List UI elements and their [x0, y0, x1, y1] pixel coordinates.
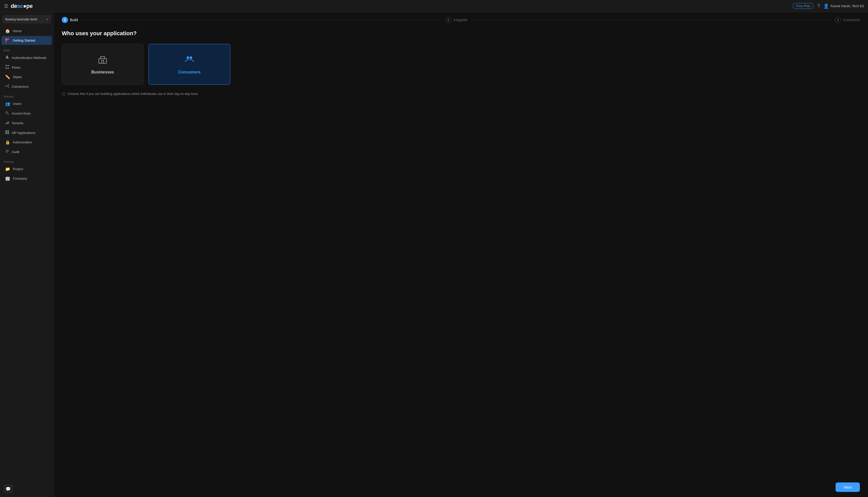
svg-line-8: [6, 85, 8, 86]
home-icon: 🏠: [5, 29, 10, 33]
topnav-left: ☰ desc●pe: [4, 3, 33, 10]
sidebar-item-idp-applications[interactable]: IdP Applications: [1, 128, 52, 137]
svg-rect-21: [99, 59, 107, 63]
svg-point-6: [8, 84, 9, 85]
sidebar-item-label: Users: [13, 102, 22, 105]
topnav: ☰ desc●pe Free Plan ? 👤 Kumar Harsh, Tec…: [0, 0, 868, 12]
idp-icon: [5, 130, 9, 135]
main-layout: flowery-lavender-bohr ▾ 🏠 Home 🚩 Getting…: [0, 12, 868, 497]
flag-icon: 🚩: [5, 38, 10, 43]
step-integrate: 2 Integrate: [445, 17, 467, 23]
sidebar-item-label: Styles: [13, 75, 22, 79]
sidebar-item-label: Home: [13, 29, 22, 33]
sidebar-section-build: Build: [0, 45, 53, 53]
help-icon[interactable]: ?: [817, 3, 820, 9]
svg-rect-18: [5, 150, 9, 151]
project-name: flowery-lavender-bohr: [5, 17, 38, 21]
sidebar-item-label: Audit: [12, 150, 19, 154]
svg-rect-15: [8, 130, 9, 132]
sidebar-item-label: Getting Started: [13, 39, 35, 42]
step-customize: 3 Customize: [835, 17, 860, 23]
sidebar-item-label: Company: [13, 176, 27, 180]
step-label-build: Build: [70, 18, 78, 22]
content-area: 1 Build 2 Integrate 3 Customize Who uses: [54, 12, 868, 497]
businesses-card[interactable]: Businesses: [62, 44, 143, 85]
sidebar-item-label: Authentication Methods: [12, 56, 46, 60]
hint-row: ⓘ Choose this if you are building applic…: [62, 92, 860, 97]
sidebar-section-settings: Settings: [0, 157, 53, 164]
company-icon: 🏢: [5, 176, 10, 181]
sidebar-item-styles[interactable]: ✏️ Styles: [1, 72, 52, 81]
sidebar-item-label: Connectors: [12, 85, 29, 88]
sidebar: flowery-lavender-bohr ▾ 🏠 Home 🚩 Getting…: [0, 12, 54, 497]
step-label-customize: Customize: [843, 18, 860, 22]
hint-icon: ⓘ: [62, 92, 66, 97]
sidebar-item-tenants[interactable]: Tenants: [1, 118, 52, 128]
sidebar-item-audit[interactable]: Audit: [1, 147, 52, 156]
svg-point-25: [190, 56, 192, 59]
svg-rect-16: [5, 132, 7, 134]
cards-row: Businesses Consumers: [62, 44, 860, 85]
free-plan-badge[interactable]: Free Plan: [793, 3, 814, 9]
step-circle-1: 1: [62, 17, 68, 23]
users-icon: 👥: [5, 101, 10, 106]
page-content: Who uses your application? Businesses: [54, 23, 868, 478]
user-avatar-icon: 👤: [823, 3, 829, 9]
sidebar-item-company[interactable]: 🏢 Company: [1, 174, 52, 183]
svg-rect-3: [5, 68, 7, 69]
sidebar-section-manage: Manage: [0, 91, 53, 99]
next-button[interactable]: Next: [836, 482, 860, 492]
sidebar-item-users[interactable]: 👥 Users: [1, 99, 52, 108]
step-circle-3: 3: [835, 17, 841, 23]
connectors-icon: [5, 84, 9, 89]
consumers-icon: [184, 54, 195, 66]
sidebar-item-label: Access Keys: [12, 112, 31, 115]
styles-icon: ✏️: [5, 74, 10, 79]
sidebar-item-label: Project: [13, 167, 23, 171]
svg-line-9: [6, 86, 8, 87]
page-title: Who uses your application?: [62, 30, 860, 37]
svg-rect-22: [101, 57, 105, 59]
chevron-down-icon: ▾: [46, 18, 48, 21]
step-build: 1 Build: [62, 17, 78, 23]
logo: desc●pe: [11, 3, 33, 10]
step-label-integrate: Integrate: [453, 18, 467, 22]
sidebar-item-authorization[interactable]: 🔒 Authorization: [1, 138, 52, 147]
chat-button[interactable]: 💬: [3, 484, 13, 494]
svg-point-7: [8, 86, 9, 87]
sidebar-item-label: Flows: [12, 66, 20, 69]
audit-icon: [5, 149, 9, 154]
tenants-icon: [5, 120, 9, 126]
businesses-icon: [98, 54, 108, 66]
chat-icon: 💬: [5, 486, 11, 492]
svg-rect-23: [102, 60, 104, 63]
svg-rect-14: [5, 130, 7, 132]
sidebar-item-label: IdP Applications: [12, 131, 35, 135]
sidebar-item-getting-started[interactable]: 🚩 Getting Started: [1, 36, 52, 45]
flows-icon: [5, 65, 9, 70]
sidebar-item-auth-methods[interactable]: Authentication Methods: [1, 53, 52, 62]
svg-rect-17: [8, 132, 9, 134]
step-line-2: [472, 20, 831, 20]
sidebar-item-connectors[interactable]: Connectors: [1, 82, 52, 91]
hint-text: Choose this if you are building applicat…: [68, 92, 199, 96]
svg-rect-2: [8, 65, 9, 66]
consumers-label: Consumers: [178, 70, 201, 74]
sidebar-item-home[interactable]: 🏠 Home: [1, 27, 52, 36]
auth-icon: [5, 55, 9, 60]
topnav-right: Free Plan ? 👤 Kumar Harsh, Tech Ed: [793, 3, 864, 9]
sidebar-item-access-keys[interactable]: Access Keys: [1, 109, 52, 118]
hamburger-icon[interactable]: ☰: [4, 3, 8, 9]
page-footer: Next: [54, 478, 868, 497]
sidebar-item-project[interactable]: 📁 Project: [1, 165, 52, 173]
project-icon: 📁: [5, 167, 10, 171]
step-circle-2: 2: [445, 17, 451, 23]
consumers-card[interactable]: Consumers: [149, 44, 230, 85]
project-selector[interactable]: flowery-lavender-bohr ▾: [2, 15, 51, 23]
key-icon: [5, 111, 9, 116]
user-info[interactable]: 👤 Kumar Harsh, Tech Ed: [823, 3, 864, 9]
svg-rect-19: [5, 151, 9, 152]
svg-rect-1: [5, 65, 7, 66]
sidebar-item-flows[interactable]: Flows: [1, 63, 52, 72]
businesses-label: Businesses: [92, 70, 114, 74]
